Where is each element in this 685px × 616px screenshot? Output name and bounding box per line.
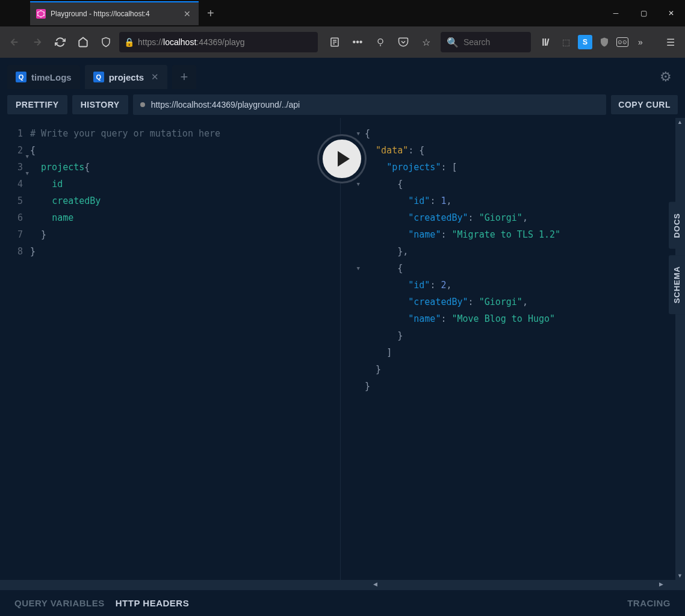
- tab-timelogs[interactable]: Q timeLogs: [7, 65, 80, 89]
- app-tab-strip: Q timeLogs Q projects ✕ + ⚙: [0, 58, 685, 91]
- star-icon[interactable]: ☆: [418, 34, 435, 51]
- new-tab-button[interactable]: +: [199, 7, 223, 20]
- endpoint-input[interactable]: https://localhost:44369/playground/../ap…: [133, 94, 607, 115]
- scrollbar-horizontal[interactable]: [0, 580, 685, 590]
- more-icon[interactable]: •••: [349, 34, 366, 51]
- action-bar: PRETTIFY HISTORY https://localhost:44369…: [0, 91, 685, 118]
- nav-bar: 🔒 https://localhost:44369/playg ••• ☆ 🔍 …: [0, 26, 685, 58]
- close-tab-icon[interactable]: ✕: [182, 8, 193, 19]
- query-icon: Q: [16, 72, 26, 82]
- query-editor[interactable]: 1# Write your query or mutation here 2▼{…: [0, 118, 340, 580]
- back-button[interactable]: [5, 32, 24, 52]
- copy-curl-button[interactable]: COPY CURL: [611, 95, 678, 114]
- execute-button[interactable]: [319, 136, 365, 182]
- search-input[interactable]: [463, 37, 525, 47]
- svg-rect-15: [546, 38, 549, 46]
- prettify-button[interactable]: PRETTIFY: [7, 95, 67, 114]
- dev-icon[interactable]: ⬚: [559, 35, 573, 49]
- result-viewer[interactable]: ▼{▼ "data": {▼ "projects": [▼ { "id": 1,…: [340, 118, 685, 580]
- tab-strip: Playground - https://localhost:4 ✕ + ─ ▢…: [0, 0, 685, 26]
- forward-button[interactable]: [28, 32, 47, 52]
- close-window-button[interactable]: ✕: [657, 4, 685, 22]
- fold-icon[interactable]: ▼: [357, 260, 360, 277]
- bottom-bar: QUERY VARIABLES HTTP HEADERS TRACING: [0, 590, 685, 616]
- overflow-icon[interactable]: »: [633, 35, 648, 49]
- endpoint-status-icon: [140, 102, 145, 107]
- docs-tab[interactable]: DOCS: [669, 202, 685, 249]
- history-button[interactable]: HISTORY: [72, 95, 128, 114]
- pocket-icon[interactable]: [395, 34, 412, 51]
- ext-s-icon[interactable]: S: [578, 35, 592, 49]
- tracing-tab[interactable]: TRACING: [627, 598, 671, 608]
- search-icon: 🔍: [447, 37, 459, 48]
- http-headers-tab[interactable]: HTTP HEADERS: [116, 598, 189, 608]
- svg-marker-0: [38, 11, 44, 17]
- ublock-icon[interactable]: [597, 35, 612, 49]
- lock-icon: 🔒: [124, 37, 134, 47]
- minimize-button[interactable]: ─: [602, 4, 630, 22]
- browser-chrome: Playground - https://localhost:4 ✕ + ─ ▢…: [0, 0, 685, 58]
- window-controls: ─ ▢ ✕: [602, 4, 685, 22]
- playground-app: Q timeLogs Q projects ✕ + ⚙ PRETTIFY HIS…: [0, 58, 685, 616]
- reader-icon[interactable]: [326, 34, 343, 51]
- home-button[interactable]: [73, 32, 93, 52]
- reload-button[interactable]: [51, 32, 70, 52]
- close-tab-icon[interactable]: ✕: [151, 72, 159, 82]
- query-variables-tab[interactable]: QUERY VARIABLES: [14, 598, 105, 608]
- query-icon: Q: [93, 72, 104, 82]
- settings-icon[interactable]: ⚙: [660, 69, 678, 85]
- search-bar[interactable]: 🔍: [441, 32, 531, 52]
- svg-rect-13: [542, 38, 544, 46]
- bulb-icon[interactable]: [372, 34, 389, 51]
- browser-tab[interactable]: Playground - https://localhost:4 ✕: [30, 1, 199, 25]
- svg-rect-14: [545, 38, 546, 46]
- fold-icon[interactable]: ▼: [357, 176, 360, 192]
- schema-tab[interactable]: SCHEMA: [669, 255, 685, 314]
- url-text: https://localhost:44369/playg: [138, 37, 244, 47]
- menu-button[interactable]: ☰: [661, 32, 680, 52]
- library-icon[interactable]: [539, 35, 554, 49]
- graphql-favicon: [36, 9, 46, 19]
- tab-projects[interactable]: Q projects ✕: [85, 65, 167, 89]
- ext-box-icon[interactable]: ⊙⊙: [616, 37, 628, 47]
- maximize-button[interactable]: ▢: [630, 4, 657, 22]
- fold-icon[interactable]: ▼: [357, 125, 360, 142]
- url-bar[interactable]: 🔒 https://localhost:44369/playg: [119, 32, 318, 52]
- tab-title: Playground - https://localhost:4: [51, 10, 177, 18]
- editor-area: 1# Write your query or mutation here 2▼{…: [0, 118, 685, 580]
- scrollbar-vertical[interactable]: [675, 118, 685, 580]
- add-tab-button[interactable]: +: [172, 65, 196, 89]
- shield-icon[interactable]: [96, 32, 116, 52]
- svg-point-11: [378, 39, 383, 44]
- endpoint-url: https://localhost:44369/playground/../ap…: [151, 100, 300, 109]
